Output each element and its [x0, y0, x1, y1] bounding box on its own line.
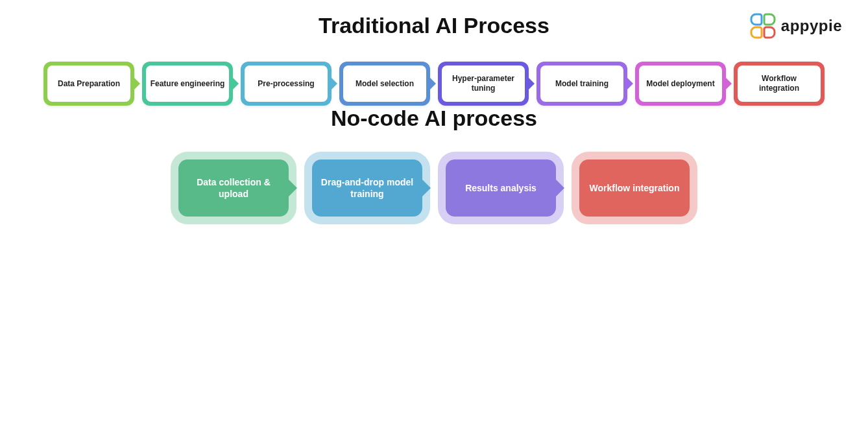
traditional-step: Model deployment [635, 62, 726, 106]
flow-arrow-icon [626, 77, 633, 91]
step-label: Drag-and-drop model training [320, 176, 415, 200]
step-label: Model training [540, 65, 623, 102]
flow-arrow-icon [287, 178, 297, 198]
nocode-flow: Data collection & uploadDrag-and-drop mo… [26, 159, 842, 217]
traditional-step: Pre-processing [241, 62, 332, 106]
step-label: Model selection [343, 65, 426, 102]
nocode-step: Data collection & upload [178, 159, 289, 217]
flow-arrow-icon [133, 77, 140, 91]
step-label: Hyper-parameter tuning [442, 65, 525, 102]
flow-arrow-icon [555, 178, 564, 198]
nocode-step: Results analysis [446, 159, 556, 217]
step-label: Pre-processing [245, 65, 328, 102]
traditional-step: Feature engineering [142, 62, 233, 106]
traditional-step: Hyper-parameter tuning [438, 62, 529, 106]
flow-arrow-icon [330, 77, 337, 91]
brand-logo-icon [750, 13, 776, 39]
step-label: Feature engineering [146, 65, 229, 102]
traditional-step: Model training [536, 62, 627, 106]
flow-arrow-icon [725, 77, 732, 91]
brand-name: appypie [781, 17, 842, 35]
step-label: Model deployment [639, 65, 722, 102]
traditional-step: Data Preparation [43, 62, 134, 106]
nocode-step: Workflow integration [579, 159, 690, 217]
step-label: Workflow integration [738, 65, 821, 102]
flow-arrow-icon [527, 77, 535, 91]
step-label: Data Preparation [47, 65, 130, 102]
nocode-step: Drag-and-drop model training [312, 159, 422, 217]
traditional-step: Model selection [339, 62, 430, 106]
brand-logo: appypie [750, 13, 842, 39]
traditional-step: Workflow integration [734, 62, 825, 106]
flow-arrow-icon [232, 77, 239, 91]
step-label: Workflow integration [590, 182, 680, 194]
flow-arrow-icon [429, 77, 436, 91]
title-traditional: Traditional AI Process [26, 13, 842, 38]
title-nocode: No-code AI process [26, 106, 842, 131]
step-label: Results analysis [465, 182, 536, 194]
traditional-flow: Data PreparationFeature engineeringPre-p… [26, 62, 842, 106]
flow-arrow-icon [421, 178, 431, 198]
step-label: Data collection & upload [186, 176, 281, 200]
